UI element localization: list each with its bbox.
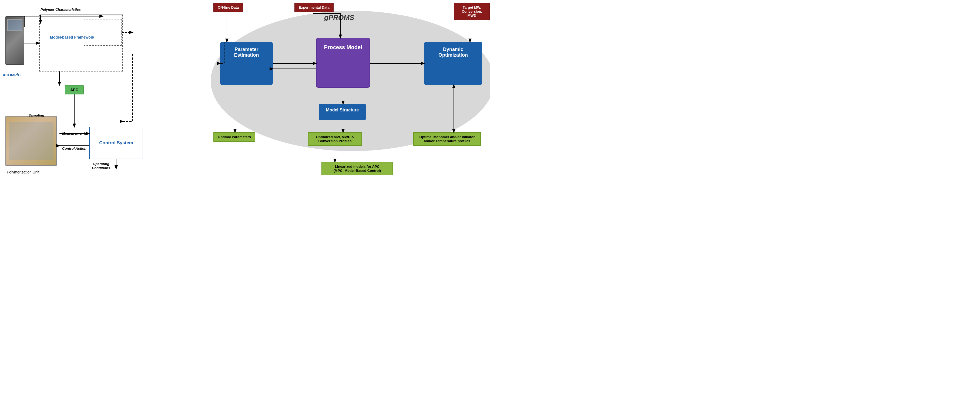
param-estimation-box: Parameter Estimation (220, 42, 273, 85)
dynamic-opt-box: Dynamic Optimization (424, 42, 482, 85)
optimized-mw-box: Optimized MW, MWD &Conversion Profiles (308, 132, 362, 146)
optimal-params-box: Optimal Parameters (213, 132, 255, 142)
target-mw-box: Target MW, Conversion, MWD (454, 3, 490, 20)
control-system-label: Control System (99, 140, 133, 146)
right-panel: gPROMS ON-line Data Experimental Data Ta… (178, 0, 490, 200)
process-model-box: Process Model (316, 38, 370, 88)
linearized-box: Linearized models for APC(MPC, Model-Bas… (321, 162, 393, 175)
acomp-machine-image (5, 16, 30, 70)
operating-conditions-label: OperatingConditions (92, 162, 110, 170)
control-system-box: Control System (89, 127, 143, 159)
model-structure-box: Model Structure (319, 104, 366, 120)
poly-unit-image (5, 116, 59, 170)
polymer-char-label: Polymer Characteristics (41, 8, 81, 12)
measurements-label: Measurements (62, 131, 87, 135)
left-panel: ACOMP/CI Polymer Characteristics Model-b… (0, 0, 178, 200)
apc-box: APC (65, 85, 84, 94)
model-inner-box (84, 19, 122, 46)
sampling-label: Sampling (29, 113, 44, 117)
gproms-label: gPROMS (324, 13, 354, 22)
online-data-box: ON-line Data (213, 3, 243, 12)
acomp-label: ACOMP/CI (3, 73, 22, 77)
apc-label: APC (70, 88, 78, 92)
poly-label: Polymerization Unit (7, 170, 40, 174)
control-action-label: Control Action (62, 146, 86, 150)
optimal-monomer-box: Optimal Monomer and/or initiatorand/or T… (413, 132, 481, 146)
experimental-data-box: Experimental Data (294, 3, 334, 12)
